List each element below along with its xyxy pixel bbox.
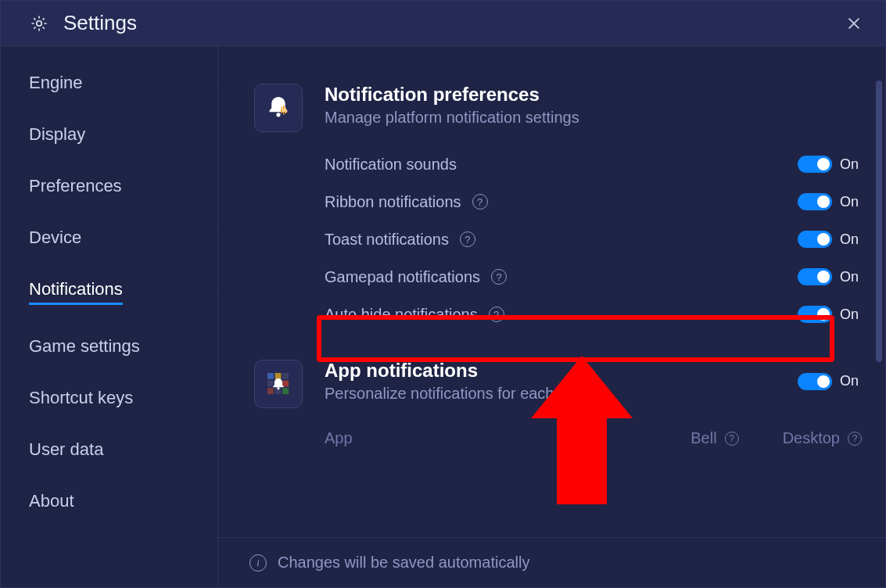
switch-icon [798, 373, 832, 390]
section-body: Notification preferences Manage platform… [325, 84, 862, 333]
app-notifications-columns: App Bell ? Desktop ? [325, 429, 862, 447]
window-header: Settings [1, 1, 885, 46]
sidebar-item-user-data[interactable]: User data [29, 439, 103, 460]
svg-rect-11 [267, 381, 274, 387]
column-desktop-label: Desktop [783, 429, 840, 447]
help-icon[interactable]: ? [460, 231, 475, 247]
section-body: App notifications Personalize notificati… [325, 360, 862, 447]
sidebar-item-notifications[interactable]: Notifications [29, 279, 123, 305]
svg-rect-3 [283, 106, 284, 115]
window-title: Settings [63, 11, 137, 35]
svg-point-7 [285, 111, 287, 113]
row-label: Ribbon notifications [325, 193, 461, 211]
switch-icon [798, 231, 832, 248]
scrollbar[interactable] [876, 81, 882, 362]
toggle-state: On [840, 156, 862, 173]
gear-icon [29, 13, 49, 34]
switch-icon [798, 156, 832, 173]
row-label: Toast notifications [325, 231, 449, 249]
toggle-auto-hide-notifications[interactable]: On [798, 306, 862, 323]
row-toast-notifications: Toast notifications ? On [325, 220, 862, 258]
sidebar-item-display[interactable]: Display [29, 124, 85, 145]
svg-rect-15 [282, 388, 289, 394]
svg-rect-10 [282, 373, 289, 379]
section-head: App notifications Personalize notificati… [325, 360, 862, 403]
toggle-state: On [840, 231, 862, 248]
sidebar-item-shortcut-keys[interactable]: Shortcut keys [29, 388, 133, 408]
row-label: Auto hide notifications [325, 306, 478, 324]
column-bell: Bell ? [691, 429, 738, 447]
svg-rect-8 [267, 373, 274, 379]
section-subtitle: Personalize notifications for each app [325, 385, 787, 403]
svg-rect-9 [275, 373, 282, 379]
row-label: Gamepad notifications [325, 268, 480, 286]
toggle-app-notifications[interactable]: On [798, 373, 862, 390]
svg-rect-12 [282, 381, 289, 387]
toggle-ribbon-notifications[interactable]: On [798, 193, 862, 210]
section-title: Notification preferences [325, 84, 862, 106]
sidebar-item-about[interactable]: About [29, 491, 74, 511]
settings-window: Settings Engine Display Preferences Devi… [0, 0, 886, 588]
section-app-notifications: App notifications Personalize notificati… [254, 360, 862, 447]
column-desktop: Desktop ? [783, 429, 862, 447]
sidebar-item-device[interactable]: Device [29, 228, 81, 248]
toggle-state: On [840, 194, 862, 210]
svg-point-16 [277, 387, 279, 389]
svg-point-1 [276, 113, 280, 117]
row-label: Notification sounds [325, 156, 457, 174]
switch-icon [798, 193, 832, 210]
sidebar: Engine Display Preferences Device Notifi… [1, 46, 218, 587]
help-icon[interactable]: ? [489, 307, 504, 322]
row-auto-hide-notifications: Auto hide notifications ? On [325, 296, 862, 333]
svg-point-6 [282, 107, 285, 109]
help-icon[interactable]: ? [472, 194, 488, 210]
row-notification-sounds: Notification sounds On [325, 145, 862, 183]
section-notification-preferences: Notification preferences Manage platform… [254, 84, 862, 333]
column-app: App [325, 429, 647, 447]
footer-message: Changes will be saved automatically [278, 554, 529, 572]
main-content: Notification preferences Manage platform… [218, 46, 885, 587]
row-gamepad-notifications: Gamepad notifications ? On [325, 258, 862, 296]
footer: i Changes will be saved automatically [218, 537, 885, 587]
toggle-notification-sounds[interactable]: On [798, 156, 862, 173]
section-subtitle: Manage platform notification settings [325, 109, 862, 127]
toggle-gamepad-notifications[interactable]: On [798, 268, 862, 285]
svg-point-0 [37, 20, 41, 25]
switch-icon [798, 268, 832, 285]
sidebar-item-game-settings[interactable]: Game settings [29, 336, 140, 357]
section-title-wrap: App notifications Personalize notificati… [325, 360, 787, 403]
help-icon[interactable]: ? [725, 432, 739, 446]
help-icon[interactable]: ? [848, 432, 862, 446]
toggle-state: On [840, 269, 862, 285]
svg-rect-13 [267, 388, 274, 394]
close-button[interactable] [840, 9, 868, 38]
column-bell-label: Bell [691, 429, 716, 447]
sidebar-item-preferences[interactable]: Preferences [29, 176, 122, 196]
sidebar-item-engine[interactable]: Engine [29, 73, 83, 93]
close-icon [845, 15, 863, 32]
toggle-toast-notifications[interactable]: On [798, 231, 862, 248]
help-icon[interactable]: ? [491, 269, 507, 285]
bell-settings-icon [254, 84, 303, 132]
info-icon: i [249, 554, 267, 572]
svg-point-5 [281, 109, 283, 112]
app-notifications-icon [254, 360, 303, 408]
toggle-state: On [840, 307, 862, 323]
row-ribbon-notifications: Ribbon notifications ? On [325, 183, 862, 220]
window-body: Engine Display Preferences Device Notifi… [1, 46, 885, 587]
toggle-state: On [840, 373, 862, 389]
switch-icon [798, 306, 832, 323]
preference-rows: Notification sounds On Ribbon notificati… [325, 145, 862, 333]
section-title: App notifications [325, 360, 787, 382]
